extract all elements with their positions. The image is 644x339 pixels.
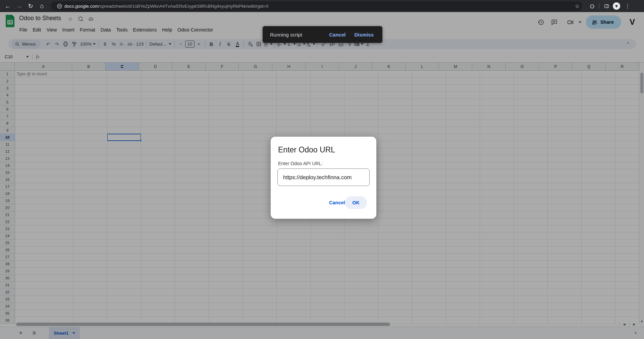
url-text: docs.google.com/spreadsheets/d/1sBYeZpWk… xyxy=(64,4,268,9)
toast-dismiss-button[interactable]: Dismiss xyxy=(354,32,374,38)
home-icon[interactable]: ⌂ xyxy=(36,1,48,11)
dialog-title: Enter Odoo URL xyxy=(278,145,335,154)
dialog-input-label: Enter Odoo API URL: xyxy=(278,161,323,166)
browser-menu-icon[interactable]: ⋮ xyxy=(622,3,634,9)
reload-icon[interactable]: ↻ xyxy=(25,1,36,11)
back-icon[interactable]: ← xyxy=(2,1,13,11)
script-toast: Running script Cancel Dismiss xyxy=(263,26,382,43)
divider xyxy=(599,3,599,9)
sidebar-icon[interactable] xyxy=(601,1,611,11)
toast-cancel-button[interactable]: Cancel xyxy=(329,32,345,38)
odoo-url-input[interactable] xyxy=(277,168,370,186)
site-settings-icon[interactable] xyxy=(54,1,64,11)
bookmark-star-icon[interactable]: ☆ xyxy=(575,3,580,9)
enter-odoo-url-dialog: Enter Odoo URL Enter Odoo API URL: Cance… xyxy=(271,137,376,219)
forward-icon[interactable]: → xyxy=(13,1,25,11)
toast-message: Running script xyxy=(270,32,329,38)
dialog-ok-button[interactable]: OK xyxy=(345,196,367,209)
address-bar[interactable]: docs.google.com/spreadsheets/d/1sBYeZpWk… xyxy=(51,1,582,11)
brave-shield-icon[interactable]: ▼ xyxy=(613,2,620,10)
extensions-icon[interactable] xyxy=(587,1,597,11)
browser-toolbar: ← → ↻ ⌂ docs.google.com/spreadsheets/d/1… xyxy=(0,0,644,12)
